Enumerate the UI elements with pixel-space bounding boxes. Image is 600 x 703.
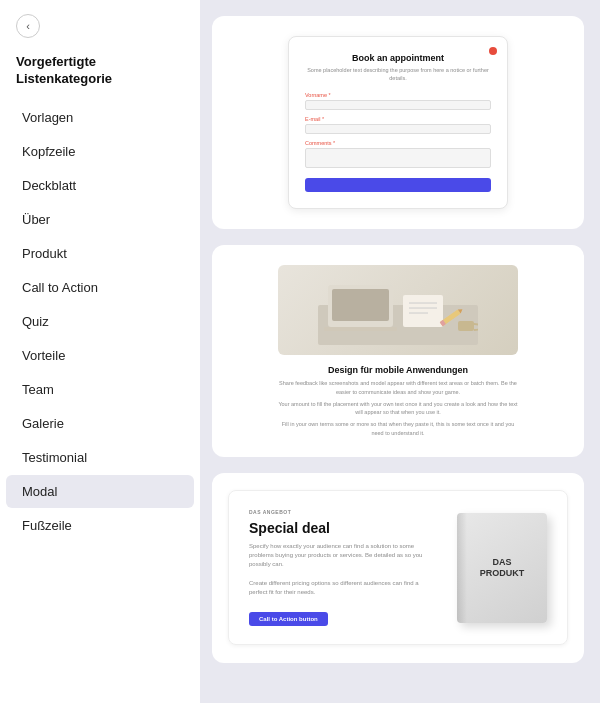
field2-input: [305, 124, 491, 134]
deal-content: DAS ANGEBOT Special deal Specify how exa…: [249, 509, 437, 626]
preview-card-deal[interactable]: DAS ANGEBOT Special deal Specify how exa…: [212, 473, 584, 663]
back-button[interactable]: ‹: [0, 0, 200, 48]
back-arrow-icon[interactable]: ‹: [16, 14, 40, 38]
design-title: Design für mobile Anwendungen: [278, 365, 518, 375]
main-content: Book an appointment Some placeholder tex…: [200, 0, 600, 703]
deal-preview: DAS ANGEBOT Special deal Specify how exa…: [228, 490, 568, 645]
sidebar-item-ueber[interactable]: Über: [6, 203, 194, 236]
sidebar-item-testimonial[interactable]: Testimonial: [6, 441, 194, 474]
sidebar-item-kopfzeile[interactable]: Kopfzeile: [6, 135, 194, 168]
close-dot-icon: [489, 47, 497, 55]
design-image: [278, 265, 518, 355]
deal-description: Specify how exactly your audience can fi…: [249, 542, 437, 569]
field3-label: Comments *: [305, 140, 491, 146]
design-illustration: [318, 275, 478, 345]
form-preview: Book an appointment Some placeholder tex…: [288, 36, 508, 209]
sidebar-item-produkt[interactable]: Produkt: [6, 237, 194, 270]
svg-rect-12: [458, 321, 474, 331]
sidebar-item-galerie[interactable]: Galerie: [6, 407, 194, 440]
deal-product-image: DASPRODUKT: [457, 513, 547, 623]
preview-card-appointment[interactable]: Book an appointment Some placeholder tex…: [212, 16, 584, 229]
design-preview: Design für mobile Anwendungen Share feed…: [278, 265, 518, 437]
form-title: Book an appointment: [305, 53, 491, 63]
field1-label: Vorname *: [305, 92, 491, 98]
field1-input: [305, 100, 491, 110]
design-text2: Your amount to fill the placement with y…: [278, 400, 518, 417]
sidebar-item-fusszeile[interactable]: Fußzeile: [6, 509, 194, 542]
design-text3: Fill in your own terms some or more so t…: [278, 420, 518, 437]
svg-rect-4: [403, 295, 443, 327]
deal-cta-button[interactable]: Call to Action button: [249, 612, 328, 626]
sidebar: ‹ Vorgefertigte Listenkategorie Vorlagen…: [0, 0, 200, 703]
field2-label: E-mail *: [305, 116, 491, 122]
sidebar-item-vorteile[interactable]: Vorteile: [6, 339, 194, 372]
design-text1: Share feedback like screenshots and mode…: [278, 379, 518, 396]
deal-title: Special deal: [249, 520, 437, 536]
field3-input: [305, 148, 491, 168]
submit-button[interactable]: [305, 178, 491, 192]
preview-card-design[interactable]: Design für mobile Anwendungen Share feed…: [212, 245, 584, 457]
sidebar-item-modal[interactable]: Modal: [6, 475, 194, 508]
svg-rect-2: [332, 289, 389, 321]
svg-rect-3: [324, 327, 397, 331]
sidebar-title: Vorgefertigte Listenkategorie: [0, 48, 200, 100]
deal-badge: DAS ANGEBOT: [249, 509, 437, 515]
sidebar-item-call-to-action[interactable]: Call to Action: [6, 271, 194, 304]
sidebar-item-deckblatt[interactable]: Deckblatt: [6, 169, 194, 202]
sidebar-item-quiz[interactable]: Quiz: [6, 305, 194, 338]
sidebar-item-team[interactable]: Team: [6, 373, 194, 406]
sidebar-item-vorlagen[interactable]: Vorlagen: [6, 101, 194, 134]
form-description: Some placeholder text describing the pur…: [305, 67, 491, 82]
deal-description2: Create different pricing options so diff…: [249, 579, 437, 597]
deal-product-text: DASPRODUKT: [480, 557, 525, 579]
